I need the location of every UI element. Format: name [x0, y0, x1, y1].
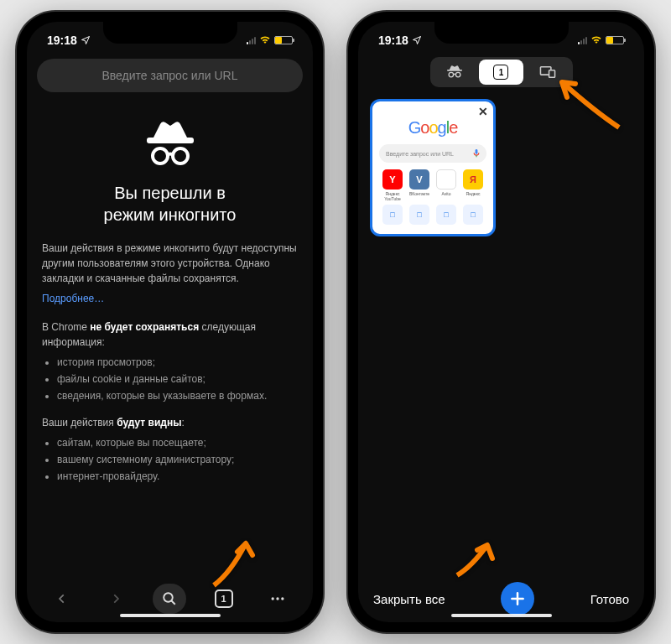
tab-group-switcher: 1: [430, 57, 573, 87]
incognito-content: Вы перешли в режим инкогнито Ваши действ…: [27, 97, 313, 575]
close-tab-button[interactable]: ✕: [478, 105, 488, 118]
close-all-button[interactable]: Закрыть все: [373, 592, 445, 606]
tab-preview: Google Введите запрос или URL Y Яндекс Y…: [372, 101, 493, 231]
notch: [103, 22, 237, 44]
svg-point-3: [164, 593, 174, 602]
list-item: интернет-провайдеру.: [57, 469, 298, 484]
google-logo: Google: [379, 118, 486, 138]
incognito-tabs-segment[interactable]: [433, 60, 477, 85]
screen-incognito: 19:18 Введите запрос или URL: [27, 22, 313, 622]
tabs-grid: ✕ Google Введите запрос или URL Y Яндекс…: [358, 94, 644, 575]
svg-rect-0: [147, 138, 194, 143]
location-icon: [81, 35, 91, 45]
incognito-title: Вы перешли в режим инкогнито: [42, 182, 298, 226]
location-icon: [412, 35, 422, 45]
tabs-count-icon: 1: [493, 65, 508, 80]
tab-card[interactable]: ✕ Google Введите запрос или URL Y Яндекс…: [370, 99, 496, 236]
signal-icon: [578, 36, 587, 44]
svg-point-1: [153, 148, 168, 164]
svg-point-5: [276, 597, 278, 600]
list-item: вашему системному администратору;: [57, 452, 298, 467]
signal-icon: [247, 36, 256, 44]
menu-button[interactable]: [261, 582, 294, 615]
clock: 19:18: [378, 34, 408, 47]
svg-point-6: [281, 597, 283, 600]
list-item: файлы cookie и данные сайтов;: [57, 371, 298, 387]
shortcut-tile: Я Яндекс: [461, 169, 485, 201]
plus-icon: [509, 590, 526, 607]
clock: 19:18: [47, 34, 77, 47]
incognito-icon: [143, 121, 197, 168]
home-indicator[interactable]: [120, 614, 221, 617]
home-indicator[interactable]: [451, 614, 552, 617]
tabs-icon: 1: [215, 589, 233, 608]
back-button[interactable]: [45, 582, 79, 615]
forward-button[interactable]: [99, 582, 133, 615]
search-button[interactable]: [153, 582, 186, 615]
omnibox-placeholder: Введите запрос или URL: [102, 69, 238, 82]
list-item: сайтам, которые вы посещаете;: [57, 435, 298, 450]
screen-tab-switcher: 19:18 1: [358, 22, 644, 622]
visible-list: сайтам, которые вы посещаете; вашему сис…: [42, 435, 298, 484]
notch: [434, 22, 569, 44]
shortcut-tile: Avito: [434, 169, 458, 201]
tabs-button[interactable]: 1: [207, 582, 241, 615]
svg-point-4: [271, 597, 273, 600]
incognito-description: Ваши действия в режиме инкогнито будут н…: [42, 241, 298, 286]
shortcut-tile: V ВКонтакте: [408, 169, 431, 201]
regular-tabs-segment[interactable]: 1: [479, 60, 523, 85]
shortcut-tile: Y Яндекс YouTube: [381, 169, 404, 201]
not-saved-heading: В Chrome не будет сохраняться следующая …: [42, 319, 298, 350]
svg-rect-7: [447, 70, 462, 71]
learn-more-link[interactable]: Подробнее…: [42, 293, 104, 304]
svg-rect-12: [476, 149, 478, 154]
svg-rect-11: [549, 70, 554, 78]
wifi-icon: [590, 34, 602, 46]
done-button[interactable]: Готово: [590, 592, 629, 606]
search-icon: [162, 591, 177, 606]
svg-point-8: [449, 72, 454, 77]
phone-left: 19:18 Введите запрос или URL: [17, 12, 323, 632]
battery-icon: [274, 36, 293, 44]
visible-heading: Ваши действия будут видны:: [42, 415, 298, 430]
phone-right: 19:18 1: [348, 12, 654, 632]
list-item: сведения, которые вы указываете в формах…: [57, 388, 298, 403]
svg-point-9: [456, 72, 461, 77]
list-item: история просмотров;: [57, 355, 298, 370]
not-saved-list: история просмотров; файлы cookie и данны…: [42, 355, 298, 403]
synced-tabs-segment[interactable]: [525, 60, 570, 85]
mic-icon: [473, 149, 480, 158]
new-tab-button[interactable]: [501, 582, 534, 615]
svg-point-2: [173, 148, 188, 164]
incognito-icon: [445, 65, 464, 79]
more-icon: [269, 590, 286, 607]
omnibox[interactable]: Введите запрос или URL: [37, 59, 303, 92]
preview-searchbar: Введите запрос или URL: [379, 144, 486, 163]
devices-icon: [539, 66, 556, 78]
battery-icon: [606, 36, 624, 44]
wifi-icon: [259, 34, 271, 46]
